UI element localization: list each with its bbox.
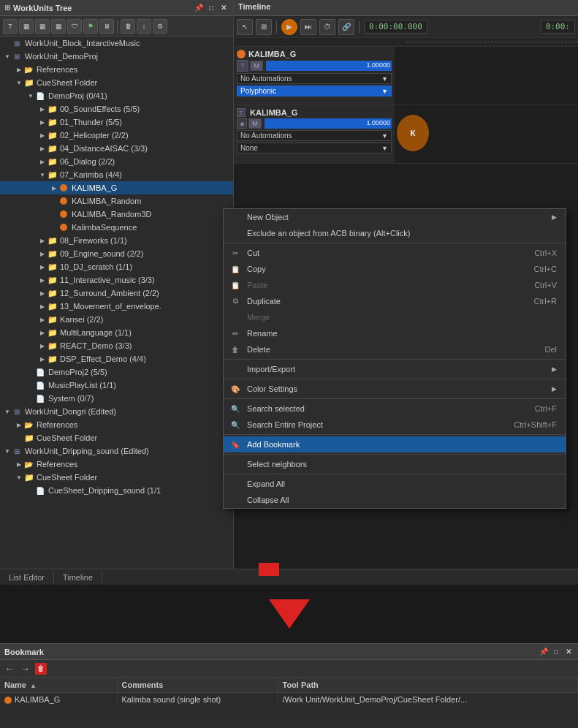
tree-item-kalimba_r3d[interactable]: KALIMBA_Random3D [0,208,233,221]
tab-timeline[interactable]: Timeline [54,572,102,583]
ctx-item-color-settings[interactable]: 🎨Color Settings▶ [224,381,566,397]
toolbar-settings-btn[interactable]: ⚙ [153,19,167,34]
tab-list-editor[interactable]: List Editor [0,572,54,583]
tree-arrow-kansei[interactable]: ▶ [38,315,47,324]
track2-volume-bar[interactable]: 1.00000 [265,118,392,129]
ctx-item-cut[interactable]: ✂CutCtrl+X [224,245,566,261]
tree-item-fireworks[interactable]: ▶📁08_Fireworks (1/1) [0,234,233,247]
tree-item-kalimba_r[interactable]: KALIMBA_Random [0,194,233,208]
tree-arrow-dialog[interactable]: ▶ [38,157,47,166]
bookmark-delete-btn[interactable]: 🗑 [35,663,47,675]
toolbar-grid1-btn[interactable]: ▦ [19,19,34,34]
tree-item-movement[interactable]: ▶📁13_Movement_of_envelope. [0,300,233,313]
link-btn[interactable]: 🔗 [338,19,354,35]
col-comments-header[interactable]: Comments [117,678,278,692]
bookmark-restore-icon[interactable]: □ [551,647,561,657]
ctx-item-select-neighbors[interactable]: Select neighbors [224,456,566,472]
ctx-item-search-entire[interactable]: 🔍Search Entire ProjectCtrl+Shift+F [224,417,566,433]
tree-item-demoproj[interactable]: ▼📄DemoProj (0/41) [0,89,233,102]
toolbar-sort-btn[interactable]: ↕ [137,19,151,34]
tree-arrow-wu-dripping[interactable]: ▼ [3,447,12,455]
ctx-item-rename[interactable]: ✏Rename [224,325,566,341]
tree-arrow-kalimba_seq[interactable] [50,223,58,232]
col-toolpath-header[interactable]: Tool Path [278,678,578,692]
ctx-item-duplicate[interactable]: ⧉DuplicateCtrl+R [224,293,566,309]
tree-item-reactdemo[interactable]: ▶📁REACT_Demo (3/3) [0,339,233,352]
play-orange-btn[interactable]: ▶ [281,19,297,35]
tree-item-references1[interactable]: ▶📂References [0,63,233,76]
ctx-item-copy[interactable]: 📋CopyCtrl+C [224,261,566,277]
tree-item-kalimba_g[interactable]: ▶KALIMBA_G [0,181,233,194]
track1-volume-bar[interactable]: 1.00000 [266,61,392,71]
tree-item-surround[interactable]: ▶📁12_Surround_Ambient (2/2) [0,287,233,300]
toolbar-grid3-btn[interactable]: ▦ [51,19,66,34]
tree-item-dialog[interactable]: ▶📁06_Dialog (2/2) [0,155,233,168]
tree-arrow-cuesheet3[interactable]: ▼ [15,473,23,482]
toolbar-flag-btn[interactable]: ⚑ [83,19,98,34]
tree-arrow-movement[interactable]: ▶ [38,302,47,311]
bookmark-back-btn[interactable]: ← [3,662,16,675]
ctx-item-expand-all[interactable]: Expand All [224,476,566,492]
tree-item-dspeffect[interactable]: ▶📁DSP_Effect_Demo (4/4) [0,352,233,365]
tree-item-engine[interactable]: ▶📁09_Engine_sound (2/2) [0,247,233,260]
ctx-item-new-object[interactable]: New Object▶ [224,209,566,225]
bookmark-pin-icon[interactable]: 📌 [539,647,549,657]
cursor-btn[interactable]: ↖ [237,19,253,35]
tree-arrow-references1[interactable]: ▶ [15,65,23,74]
toolbar-delete-btn[interactable]: 🗑 [121,19,135,34]
tree-arrow-helicopter[interactable]: ▶ [38,131,47,140]
tree-item-cuesheet2[interactable]: 📁CueSheet Folder [0,431,233,444]
tree-arrow-dripping-file[interactable] [26,486,35,495]
tree-item-wu-block[interactable]: ⊞WorkUnit_Block_IntarctiveMusic [0,37,233,50]
tree-item-djscratch[interactable]: ▶📁10_DJ_scratch (1/1) [0,260,233,273]
toolbar-screen-btn[interactable]: 🖥 [99,19,114,34]
tree-arrow-karimba[interactable]: ▼ [38,170,47,179]
track1-mode-dropdown[interactable]: Polyphonic ▼ [237,86,392,96]
tree-arrow-kalimba_g[interactable]: ▶ [50,183,58,192]
tree-arrow-musicplaylist[interactable] [26,381,35,390]
pin-icon[interactable]: 📌 [194,3,204,13]
tree-arrow-interactive[interactable]: ▶ [38,276,47,284]
tree-item-wu-dongri[interactable]: ▼⊞WorkUnit_Dongri (Edited) [0,405,233,418]
track1-mute-btn[interactable]: M [250,61,263,71]
tree-arrow-wu-dongri[interactable]: ▼ [3,407,12,416]
ctx-item-delete[interactable]: 🗑DeleteDel [224,341,566,357]
tree-arrow-fireworks[interactable]: ▶ [38,236,47,245]
ctx-item-search-selected[interactable]: 🔍Search selectedCtrl+F [224,401,566,417]
tree-arrow-reactdemo[interactable]: ▶ [38,341,47,350]
tree-arrow-distanceaisac[interactable]: ▶ [38,144,47,153]
tree-arrow-system[interactable] [26,394,35,403]
tree-arrow-references3[interactable]: ▶ [15,460,23,469]
tree-arrow-kalimba_r[interactable] [50,197,58,205]
tree-item-musicplaylist[interactable]: 📄MusicPlayList (1/1) [0,379,233,392]
tree-arrow-demoproj[interactable]: ▼ [26,91,35,100]
track2-mute-btn[interactable]: M [248,118,262,129]
tree-arrow-multilang[interactable]: ▶ [38,328,47,337]
tree-item-demoproj2[interactable]: 📄DemoProj2 (5/5) [0,365,233,379]
tree-arrow-references2[interactable]: ▶ [15,420,23,429]
tree-arrow-kalimba_r3d[interactable] [50,210,58,219]
skip-btn[interactable]: ⏭ [300,19,316,35]
ctx-item-exclude-acb[interactable]: Exclude an object from ACB binary (Alt+C… [224,225,566,241]
restore-icon[interactable]: □ [206,3,216,13]
toolbar-grid2-btn[interactable]: ▦ [35,19,50,34]
tree-arrow-wu-block[interactable] [3,39,12,48]
track2-automation-dropdown[interactable]: No Automations ▼ [237,130,392,141]
clock-btn[interactable]: ⏱ [319,19,335,35]
tree-arrow-wu-demoproj[interactable]: ▼ [3,52,12,61]
tree-item-cuesheet1[interactable]: ▼📁CueSheet Folder [0,76,233,89]
tree-item-thunder[interactable]: ▶📁01_Thunder (5/5) [0,115,233,129]
tree-item-dripping-file[interactable]: 📄CueSheet_Dripping_sound (1/1 [0,484,233,497]
tree-item-distanceaisac[interactable]: ▶📁04_DistanceAISAC (3/3) [0,142,233,155]
bookmark-row[interactable]: KALIMBA_GKalimba sound (single shot)/Wor… [0,692,578,707]
close-icon[interactable]: ✕ [218,3,229,13]
tree-arrow-djscratch[interactable]: ▶ [38,262,47,271]
tree-item-system[interactable]: 📄System (0/7) [0,392,233,405]
tree-item-kansei[interactable]: ▶📁Kansei (2/2) [0,313,233,326]
tree-item-soundeffects[interactable]: ▶📁00_SoundEffects (5/5) [0,102,233,115]
ctx-item-collapse-all[interactable]: Collapse All [224,492,566,508]
tree-arrow-engine[interactable]: ▶ [38,249,47,258]
track1-automation-dropdown[interactable]: No Automations ▼ [237,73,392,84]
tree-arrow-surround[interactable]: ▶ [38,289,47,297]
ctx-item-import-export[interactable]: Import/Export▶ [224,361,566,377]
